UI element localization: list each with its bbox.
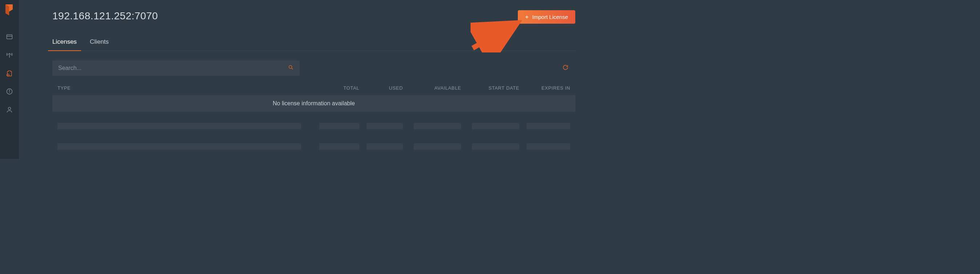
skeleton-cell xyxy=(414,123,461,129)
skeleton-cell xyxy=(319,143,359,150)
th-available: AVAILABLE xyxy=(403,85,461,91)
import-license-label: Import License xyxy=(532,14,568,20)
table-header: TYPE TOTAL USED AVAILABLE START DATE EXP… xyxy=(52,85,575,95)
skeleton-cell xyxy=(319,123,359,129)
table-row xyxy=(52,139,575,154)
page-title: 192.168.121.252:7070 xyxy=(52,10,158,22)
th-start-date: START DATE xyxy=(461,85,519,91)
th-used: USED xyxy=(359,85,403,91)
skeleton-cell xyxy=(414,143,461,150)
user-icon[interactable] xyxy=(5,106,13,114)
tabs: Licenses Clients xyxy=(52,38,575,51)
svg-point-3 xyxy=(9,53,10,54)
info-icon[interactable] xyxy=(5,87,13,96)
svg-point-8 xyxy=(8,107,11,110)
header-row: 192.168.121.252:7070 + Import License xyxy=(52,10,575,24)
app-root: 192.168.121.252:7070 + Import License Li… xyxy=(0,0,566,159)
refresh-icon[interactable] xyxy=(562,64,569,72)
th-type: TYPE xyxy=(57,85,312,91)
plus-icon: + xyxy=(525,14,528,20)
empty-state: No license information available xyxy=(52,95,575,112)
th-total: TOTAL xyxy=(312,85,359,91)
svg-point-7 xyxy=(9,90,10,90)
skeleton-cell xyxy=(527,143,570,150)
tab-licenses[interactable]: Licenses xyxy=(52,38,77,51)
th-expires-in: EXPIRES IN xyxy=(519,85,570,91)
skeleton-cell xyxy=(366,143,403,150)
clipboard-icon[interactable] xyxy=(5,69,13,77)
toolbar xyxy=(52,61,575,76)
dashboard-icon[interactable] xyxy=(5,33,13,41)
tab-clients[interactable]: Clients xyxy=(90,38,109,51)
svg-rect-0 xyxy=(7,35,12,39)
sidebar xyxy=(0,0,19,159)
skeleton-cell xyxy=(472,143,519,150)
table-row xyxy=(52,119,575,133)
skeleton-cell xyxy=(366,123,403,129)
search-input[interactable] xyxy=(52,61,300,76)
main-content: 192.168.121.252:7070 + Import License Li… xyxy=(19,0,590,159)
skeleton-cell xyxy=(472,123,519,129)
license-table: TYPE TOTAL USED AVAILABLE START DATE EXP… xyxy=(52,85,575,154)
broadcast-icon[interactable] xyxy=(5,51,13,59)
import-license-button[interactable]: + Import License xyxy=(518,10,575,24)
skeleton-cell xyxy=(57,123,301,129)
skeleton-cell xyxy=(57,143,301,150)
skeleton-cell xyxy=(527,123,570,129)
search-wrapper xyxy=(52,61,300,76)
logo-icon xyxy=(5,4,14,16)
